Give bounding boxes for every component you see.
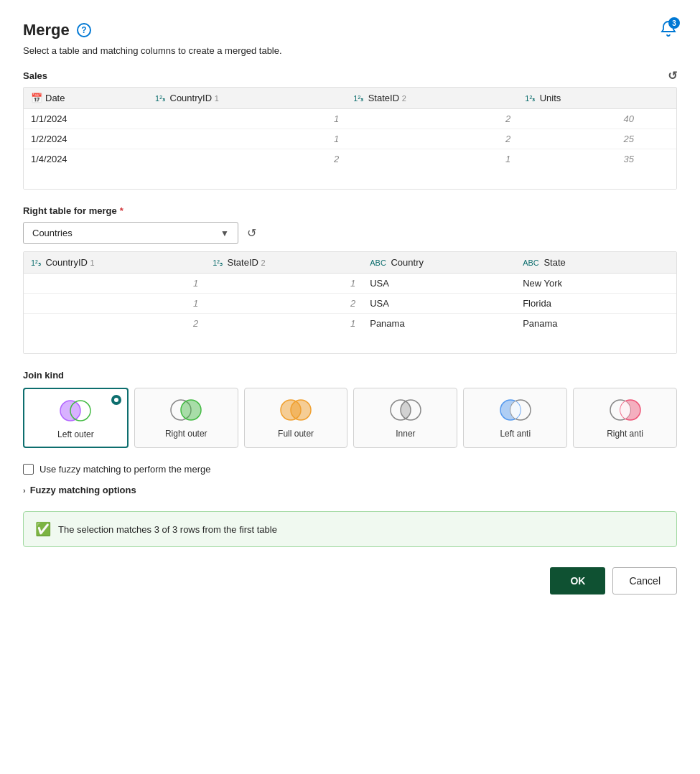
sales-table-wrapper: 📅Date 1²₃ CountryID 1 1²₃ StateID 2 1²₃ … (23, 87, 677, 190)
fuzzy-options-row[interactable]: › Fuzzy matching options (23, 485, 677, 495)
chevron-down-icon: ▼ (220, 228, 229, 238)
success-message: The selection matches 3 of 3 rows from t… (58, 524, 277, 535)
footer: OK Cancel (23, 567, 677, 595)
sales-table: 📅Date 1²₃ CountryID 1 1²₃ StateID 2 1²₃ … (24, 88, 676, 169)
sales-col-empty (641, 88, 676, 109)
notification-badge: 3 (668, 17, 680, 29)
sales-col-countryid: 1²₃ CountryID 1 (148, 88, 346, 109)
subtitle: Select a table and matching columns to c… (23, 45, 677, 56)
success-banner: ✅ The selection matches 3 of 3 rows from… (23, 511, 677, 547)
right-table-refresh-button[interactable]: ↺ (247, 226, 256, 240)
join-options: Left outer Right outer Full outer Inner (23, 388, 677, 448)
fuzzy-matching-row: Use fuzzy matching to perform the merge (23, 464, 677, 475)
sales-col-stateid: 1²₃ StateID 2 (346, 88, 518, 109)
fuzzy-matching-checkbox[interactable] (23, 464, 34, 475)
full-outer-venn (278, 397, 314, 423)
right-col-state: ABC State (515, 252, 644, 274)
sales-table-spacer (24, 169, 676, 189)
svg-point-5 (291, 400, 311, 420)
left-anti-venn (498, 397, 533, 423)
svg-point-3 (181, 400, 201, 420)
fuzzy-matching-label: Use fuzzy matching to perform the merge (39, 464, 210, 475)
join-label-full-outer: Full outer (278, 429, 314, 439)
right-table-dropdown[interactable]: Countries ▼ (23, 222, 238, 244)
right-col-countryid: 1²₃ CountryID 1 (24, 252, 205, 274)
fuzzy-options-label: Fuzzy matching options (30, 485, 136, 495)
right-col-empty (644, 252, 676, 274)
right-table-label: Right table for merge * (23, 205, 677, 216)
right-outer-venn (168, 397, 204, 423)
sales-refresh-button[interactable]: ↺ (668, 69, 677, 83)
table-row: 1/1/2024 1 2 40 (24, 109, 676, 129)
join-label-left-anti: Left anti (500, 429, 531, 439)
join-card-inner[interactable]: Inner (353, 388, 457, 448)
sales-col-date: 📅Date (24, 88, 148, 109)
join-card-left-anti[interactable]: Left anti (463, 388, 567, 448)
table-row: 1/4/2024 2 1 35 (24, 149, 676, 169)
table-row: 1/2/2024 1 2 25 (24, 129, 676, 149)
ok-button[interactable]: OK (550, 567, 605, 595)
join-label-right-outer: Right outer (165, 429, 207, 439)
title-area: Merge ? (23, 21, 91, 39)
join-kind-label: Join kind (23, 370, 677, 381)
calendar-icon: 📅 (31, 93, 42, 103)
page-title: Merge (23, 21, 70, 39)
right-table: 1²₃ CountryID 1 1²₃ StateID 2 ABC Countr… (24, 252, 676, 333)
right-table-wrapper: 1²₃ CountryID 1 1²₃ StateID 2 ABC Countr… (23, 251, 677, 354)
join-card-right-outer[interactable]: Right outer (134, 388, 238, 448)
sales-section-label: Sales ↺ (23, 69, 677, 83)
join-label-inner: Inner (396, 429, 415, 439)
selected-dot (111, 395, 121, 405)
table-row: 1 1 USA New York (24, 274, 676, 294)
chevron-right-icon: › (23, 486, 26, 495)
header-row: Merge ? 3 (23, 20, 677, 39)
required-indicator: * (120, 205, 123, 216)
inner-venn (388, 397, 424, 423)
right-table-spacer (24, 333, 676, 353)
dropdown-value: Countries (32, 228, 73, 238)
success-checkmark-icon: ✅ (35, 521, 51, 537)
table-row: 2 1 Panama Panama (24, 314, 676, 334)
right-anti-venn (607, 397, 643, 423)
join-card-full-outer[interactable]: Full outer (244, 388, 348, 448)
notification-icon[interactable]: 3 (660, 20, 677, 39)
sales-col-units: 1²₃ Units (518, 88, 641, 109)
dropdown-row: Countries ▼ ↺ (23, 222, 677, 244)
join-card-right-anti[interactable]: Right anti (573, 388, 677, 448)
right-table-section: Right table for merge * Countries ▼ ↺ 1²… (23, 205, 677, 354)
join-label-right-anti: Right anti (607, 429, 643, 439)
table-row: 1 2 USA Florida (24, 294, 676, 314)
help-icon[interactable]: ? (77, 23, 91, 37)
join-card-left-outer[interactable]: Left outer (23, 388, 129, 448)
left-outer-venn (57, 398, 93, 424)
cancel-button[interactable]: Cancel (612, 567, 677, 595)
right-col-stateid: 1²₃ StateID 2 (205, 252, 363, 274)
right-col-country: ABC Country (363, 252, 515, 274)
join-label-left-outer: Left outer (57, 429, 94, 439)
